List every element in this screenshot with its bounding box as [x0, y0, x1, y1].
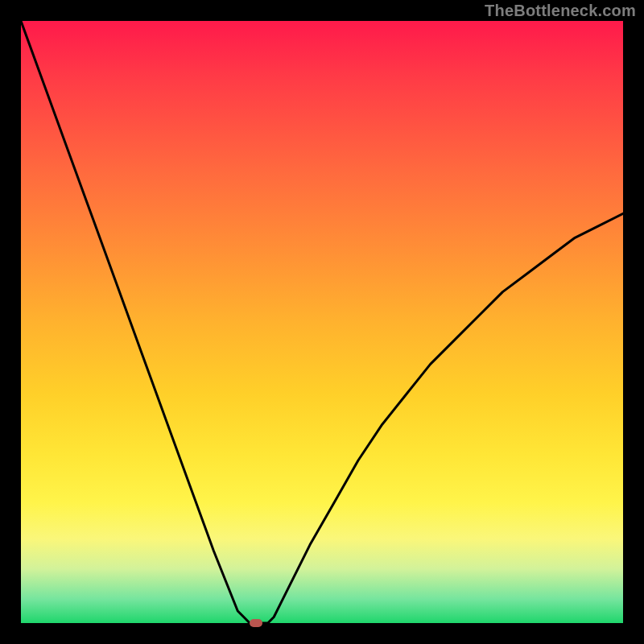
watermark-text: TheBottleneck.com: [485, 2, 636, 20]
plot-area: [21, 21, 623, 623]
chart-frame: TheBottleneck.com: [0, 0, 644, 644]
bottleneck-curve: [21, 21, 623, 623]
optimal-point-marker: [250, 619, 262, 627]
